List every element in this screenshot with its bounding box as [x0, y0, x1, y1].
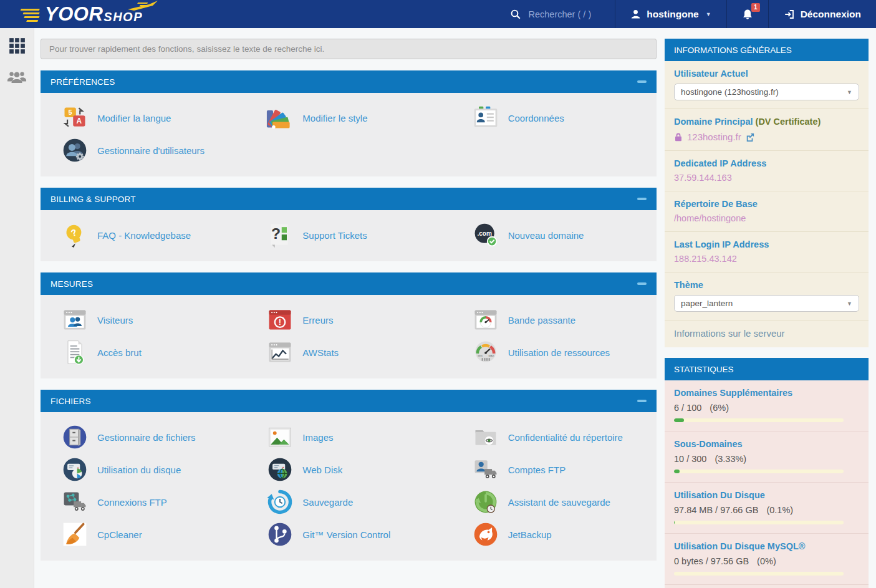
app-item[interactable]: Confidentialité du répertoire: [451, 421, 657, 453]
sidebar-nav-users[interactable]: [7, 69, 27, 85]
app-item[interactable]: Accès brut: [41, 336, 246, 369]
feature-group: PRÉFÉRENCES5AModifier la langueModifier …: [41, 70, 657, 176]
stat-row: Domaines Supplémentaires 6 / 100(6%): [665, 380, 869, 431]
faq-icon: ?: [60, 221, 89, 249]
app-item[interactable]: Visiteurs: [41, 304, 246, 336]
stat-percent: (6%): [710, 403, 729, 413]
app-item[interactable]: AWStats: [246, 336, 451, 369]
user-menu[interactable]: hostingone ▼: [615, 0, 726, 28]
app-item[interactable]: JetBackup: [451, 518, 657, 551]
app-item[interactable]: 5AModifier la langue: [41, 102, 246, 134]
info-row-link: Informations sur le serveur: [665, 321, 869, 347]
app-item[interactable]: Utilisation du disque: [41, 453, 246, 486]
svg-text:MAX: MAX: [488, 354, 494, 357]
app-item[interactable]: ?FAQ - Knowledgebase: [41, 219, 246, 251]
bandwidth-icon: [471, 306, 500, 334]
app-item[interactable]: ?Support Tickets: [246, 219, 451, 251]
info-label: Utilisateur Actuel: [674, 69, 859, 79]
app-item-label: Accès brut: [97, 347, 142, 358]
app-item[interactable]: Gestionnaire de fichiers: [41, 421, 246, 453]
app-item-label: Bande passante: [508, 315, 575, 325]
app-item[interactable]: Images: [246, 421, 451, 453]
language-icon: 5A: [60, 104, 89, 132]
group-body: Gestionnaire de fichiersImagesConfidenti…: [41, 412, 657, 561]
errors-icon: !: [266, 306, 294, 334]
collapse-button[interactable]: [637, 282, 647, 285]
app-item[interactable]: Sauvegarde: [246, 486, 451, 518]
select-value: paper_lantern: [681, 299, 733, 308]
logout-button[interactable]: Déconnexion: [768, 0, 876, 28]
svg-text:?: ?: [271, 225, 281, 242]
collapse-button[interactable]: [637, 400, 647, 402]
app-item[interactable]: CpCleaner: [41, 518, 246, 551]
svg-text:.com: .com: [477, 230, 492, 237]
right-sidebar: INFORMATIONS GÉNÉRALES Utilisateur Actue…: [665, 28, 869, 588]
backup-icon: [266, 488, 294, 516]
info-label: Domaine Principal: [674, 117, 753, 127]
brand-logo[interactable]: YOOR SHOP: [0, 0, 143, 28]
info-row-value: Last Login IP Address 188.215.43.142: [665, 232, 869, 272]
stat-row: Utilisation Du Disque MySQL® 0 bytes / 9…: [665, 534, 869, 585]
progress-fill: [674, 418, 684, 422]
raw-access-icon: [60, 338, 89, 367]
app-item[interactable]: Coordonnées: [451, 102, 657, 134]
svg-text:!: !: [279, 317, 281, 327]
sidebar-nav-grid[interactable]: [9, 37, 26, 54]
group-title: FICHIERS: [51, 397, 91, 406]
app-item[interactable]: .comNouveau domaine: [451, 219, 657, 251]
info-select[interactable]: hostingone (123hosting.fr) ▼: [674, 84, 859, 100]
app-item-label: Web Disk: [302, 465, 342, 475]
certificate-label: (DV Certificate): [756, 117, 821, 127]
info-select[interactable]: paper_lantern ▼: [674, 295, 859, 312]
git-icon: [266, 520, 294, 549]
statistics-title: STATISTIQUES: [674, 365, 734, 374]
backup-wizard-icon: [471, 488, 500, 516]
app-item[interactable]: Connexions FTP: [41, 486, 246, 518]
visitors-icon: [60, 306, 89, 334]
progress-bar: [674, 470, 844, 473]
group-header: BILLING & SUPPORT: [41, 188, 657, 210]
app-item[interactable]: Git™ Version Control: [246, 518, 451, 551]
search-placeholder-text: Rechercher ( / ): [528, 9, 591, 19]
app-item[interactable]: Comptes FTP: [451, 453, 657, 486]
info-label: Last Login IP Address: [674, 239, 859, 249]
progress-bar: [674, 418, 844, 422]
info-row-value: Dedicated IP Address 37.59.144.163: [665, 151, 869, 191]
awstats-icon: [266, 338, 294, 367]
app-item-label: Comptes FTP: [508, 465, 566, 475]
app-item[interactable]: Web Disk: [246, 453, 451, 486]
server-info-link[interactable]: Informations sur le serveur: [674, 328, 785, 339]
app-item[interactable]: !Erreurs: [246, 304, 451, 336]
stat-value: 6 / 100: [674, 403, 701, 413]
external-link-icon[interactable]: [746, 133, 754, 142]
ftp-connections-icon: [60, 488, 89, 516]
info-label: Thème: [674, 280, 859, 290]
info-row-select: Utilisateur Actuel hostingone (123hostin…: [665, 61, 869, 109]
app-item-label: Modifier le style: [302, 113, 367, 123]
feature-group: BILLING & SUPPORT?FAQ - Knowledgebase?Su…: [41, 188, 657, 261]
contact-card-icon: [471, 104, 500, 132]
notifications-button[interactable]: 1: [726, 0, 768, 28]
app-item[interactable]: MINMAXUtilisation de ressources: [451, 336, 657, 369]
app-item-label: Nouveau domaine: [508, 230, 584, 241]
app-item[interactable]: Gestionnaire d'utilisateurs: [41, 134, 246, 166]
select-value: hostingone (123hosting.fr): [681, 87, 779, 97]
collapse-button[interactable]: [637, 80, 647, 83]
app-item[interactable]: Bande passante: [451, 304, 657, 336]
topbar: YOOR SHOP Rechercher ( / ) hostingone ▼: [0, 0, 876, 28]
primary-domain-link[interactable]: 123hosting.fr: [687, 132, 741, 142]
left-sidebar: [0, 28, 34, 588]
app-item[interactable]: Modifier le style: [246, 102, 451, 134]
app-item-label: Utilisation du disque: [97, 465, 181, 475]
logout-label: Déconnexion: [801, 9, 861, 20]
group-title: MESURES: [51, 279, 93, 289]
app-item[interactable]: Assistant de sauvegarde: [451, 486, 657, 518]
quick-find-input[interactable]: [41, 39, 657, 59]
topbar-search[interactable]: Rechercher ( / ): [486, 0, 615, 28]
app-item-label: Connexions FTP: [97, 497, 167, 508]
progress-bar: [674, 521, 844, 524]
statistics-panel: STATISTIQUES Domaines Supplémentaires 6 …: [665, 358, 869, 588]
search-icon: [510, 9, 521, 20]
group-body: Visiteurs!ErreursBande passanteAccès bru…: [41, 295, 657, 378]
collapse-button[interactable]: [637, 198, 647, 200]
